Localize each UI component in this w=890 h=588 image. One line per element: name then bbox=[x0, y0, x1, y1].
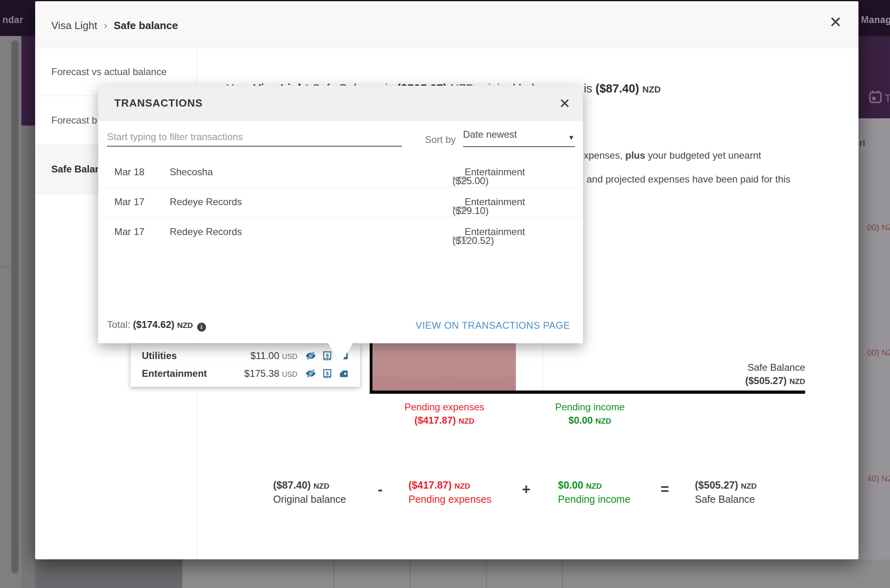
category-name: Utilities bbox=[142, 350, 231, 361]
safe-balance-modal: Visa Light›Safe balance ✕ Forecast vs ac… bbox=[35, 1, 858, 559]
transaction-row[interactable]: Mar 17 Redeye Records ($29.10) NZD Enter… bbox=[98, 187, 583, 217]
equation-original-balance: ($87.40) NZD Original balance bbox=[273, 479, 346, 506]
background-panel-letter: T bbox=[885, 92, 890, 105]
eye-off-icon[interactable] bbox=[305, 351, 316, 361]
equals-operator: = bbox=[661, 481, 669, 498]
pending-expenses-chart-label: Pending expenses ($417.87) NZD bbox=[404, 400, 484, 428]
category-amount: $11.00 USD bbox=[231, 350, 297, 361]
wallet-icon[interactable] bbox=[339, 368, 349, 379]
category-tooltip: Utilities $11.00 USD $ Entertainment $17… bbox=[130, 344, 360, 387]
background-right-panel bbox=[858, 36, 890, 118]
tooltip-row-utilities: Utilities $11.00 USD $ bbox=[130, 347, 360, 365]
breadcrumb-account[interactable]: Visa Light bbox=[51, 19, 97, 32]
background-column-divider bbox=[562, 559, 563, 588]
equation-safe-balance: ($505.27) NZD Safe Balance bbox=[695, 479, 757, 506]
breadcrumb-current: Safe balance bbox=[114, 19, 178, 32]
chevron-down-icon: ▾ bbox=[569, 132, 573, 142]
eye-off-icon[interactable] bbox=[305, 368, 316, 379]
explainer-line-1: xpenses, plus your budgeted yet unearnt bbox=[584, 150, 761, 161]
transactions-popup: TRANSACTIONS ✕ Sort by Date newest ▾ Mar… bbox=[98, 86, 583, 343]
sort-by-label: Sort by bbox=[425, 134, 456, 145]
background-bottom-left bbox=[35, 559, 182, 588]
screen: ndar Manag T ri 00) NZD 00) NZD 40) NZD … bbox=[0, 0, 890, 588]
popup-title: TRANSACTIONS bbox=[114, 97, 203, 109]
transaction-row[interactable]: Mar 18 Shecosha ($25.00) NZD Entertainme… bbox=[98, 158, 583, 187]
background-column-divider bbox=[486, 559, 487, 588]
sidebar-item-label: Forecast b bbox=[51, 115, 97, 126]
info-icon[interactable]: i bbox=[197, 323, 206, 332]
transaction-category: Entertainment bbox=[465, 166, 525, 178]
background-left-sidebar-lower bbox=[21, 126, 35, 588]
safe-balance-chart-label: Safe Balance ($505.27) NZD bbox=[745, 361, 805, 388]
breadcrumb: Visa Light›Safe balance bbox=[51, 19, 178, 32]
background-axis-label: 40) NZD bbox=[867, 474, 890, 483]
transaction-payee: Redeye Records bbox=[170, 196, 242, 208]
sort-select[interactable]: Date newest ▾ bbox=[463, 129, 575, 147]
background-scrollbar[interactable] bbox=[11, 40, 19, 573]
background-day-label: ri bbox=[859, 138, 865, 149]
background-column-divider bbox=[334, 559, 335, 588]
category-amount: $175.38 USD bbox=[231, 368, 297, 379]
popup-header: TRANSACTIONS ✕ bbox=[98, 86, 583, 121]
receipt-icon[interactable]: $ bbox=[322, 368, 332, 379]
breadcrumb-separator: › bbox=[104, 19, 107, 32]
safe-balance-heading-fragment: is ($87.40) NZD bbox=[584, 82, 661, 95]
transaction-category: Entertainment bbox=[465, 196, 525, 208]
modal-close-icon[interactable]: ✕ bbox=[829, 13, 842, 31]
svg-text:$: $ bbox=[326, 370, 329, 376]
background-axis-label: 00) NZD bbox=[867, 223, 890, 232]
category-name: Entertainment bbox=[142, 368, 231, 379]
explainer-line-2: and projected expenses have been paid fo… bbox=[587, 174, 790, 185]
transaction-date: Mar 17 bbox=[114, 226, 145, 237]
popup-pointer bbox=[327, 342, 354, 363]
background-column-divider bbox=[410, 559, 410, 588]
background-nav-manage-fragment: Manag bbox=[861, 15, 890, 25]
filter-transactions-input[interactable] bbox=[107, 128, 402, 147]
equation-pending-expenses: ($417.87) NZD Pending expenses bbox=[408, 479, 492, 506]
plus-operator: + bbox=[522, 481, 530, 498]
transaction-row[interactable]: Mar 17 Redeye Records ($120.52) NZD Ente… bbox=[98, 217, 583, 247]
pending-income-chart-label: Pending income $0.00 NZD bbox=[555, 400, 625, 428]
transaction-payee: Redeye Records bbox=[170, 226, 242, 237]
transaction-date: Mar 18 bbox=[114, 166, 145, 178]
modal-header: Visa Light›Safe balance ✕ bbox=[35, 1, 858, 48]
background-nav-calendar-fragment: ndar bbox=[2, 15, 23, 25]
equation-pending-income: $0.00 NZD Pending income bbox=[558, 479, 630, 506]
view-on-transactions-page-link[interactable]: VIEW ON TRANSACTIONS PAGE bbox=[416, 320, 570, 331]
transactions-total: Total: ($174.62) NZDi bbox=[107, 319, 206, 332]
sort-select-value: Date newest bbox=[463, 129, 517, 140]
transaction-payee: Shecosha bbox=[170, 166, 213, 178]
background-column-divider bbox=[182, 559, 183, 588]
transaction-date: Mar 17 bbox=[114, 196, 145, 208]
minus-operator: - bbox=[378, 481, 383, 498]
calendar-icon bbox=[868, 90, 883, 104]
chart-baseline bbox=[370, 391, 805, 394]
chart-gridline bbox=[542, 343, 543, 391]
tooltip-row-entertainment: Entertainment $175.38 USD $ bbox=[130, 365, 360, 382]
background-left-sidebar bbox=[21, 36, 35, 126]
popup-close-icon[interactable]: ✕ bbox=[559, 95, 571, 111]
sidebar-item-label: Forecast vs actual balance bbox=[51, 66, 166, 78]
background-axis-label: 00) NZD bbox=[867, 348, 890, 357]
transaction-category: Entertainment bbox=[465, 226, 525, 237]
